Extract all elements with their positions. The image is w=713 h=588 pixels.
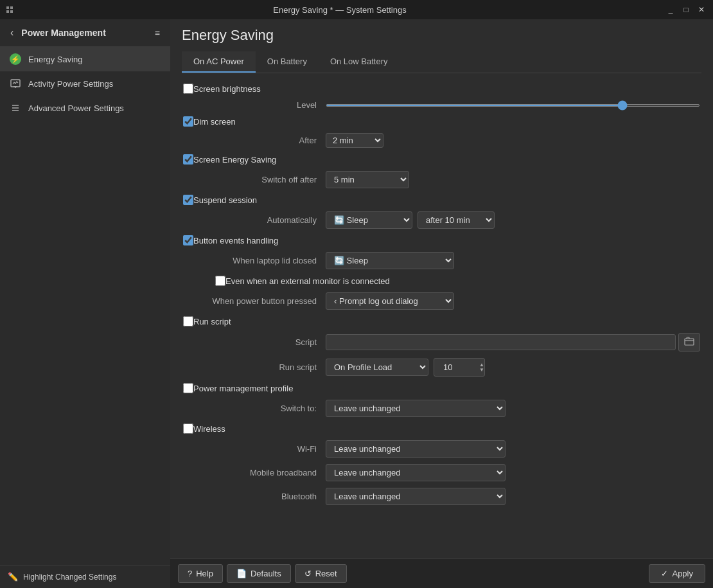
sleep-after-select[interactable]: after 5 min after 10 min after 15 min af… — [418, 211, 495, 229]
bluetooth-row: Bluetooth Leave unchanged Enable Disable — [183, 488, 700, 505]
sidebar-item-energy-saving[interactable]: ⚡ Energy Saving — [0, 47, 170, 71]
level-row: Level — [183, 100, 700, 110]
footer-left: ? Help 📄 Defaults ↺ Reset — [178, 564, 347, 583]
back-button[interactable]: ‹ — [8, 26, 16, 40]
app-body: ‹ Power Management ≡ ⚡ Energy Saving Act… — [0, 19, 713, 588]
bluetooth-select[interactable]: Leave unchanged Enable Disable — [326, 488, 506, 505]
sidebar-menu-button[interactable]: ≡ — [152, 26, 163, 39]
sleep-mode-select[interactable]: 🔄 Sleep Hibernate Shutdown — [326, 211, 412, 229]
switch-to-select[interactable]: Leave unchanged Balanced Power Save High… — [326, 400, 506, 417]
brightness-slider[interactable] — [326, 104, 700, 107]
dim-screen-checkbox[interactable] — [183, 116, 193, 127]
run-script-when-label: Run script — [201, 362, 317, 372]
run-script-when-row: Run script On Profile Load Repeatedly On… — [183, 358, 700, 377]
main-content: Energy Saving On AC Power On Battery On … — [170, 19, 713, 588]
sidebar-item-activity-power[interactable]: Activity Power Settings — [0, 71, 170, 96]
lid-closed-select[interactable]: 🔄 Sleep Hibernate Shutdown Turn off scre… — [326, 252, 454, 269]
screen-energy-saving-checkbox[interactable] — [183, 154, 193, 165]
external-monitor-checkbox[interactable] — [215, 276, 225, 286]
button-events-row: Button events handling — [183, 235, 700, 245]
after-row: After 1 min 2 min 5 min 10 min 15 min 30… — [183, 133, 700, 148]
power-profile-label[interactable]: Power management profile — [193, 384, 293, 393]
run-script-time-spinbox: ▲ ▼ — [434, 358, 485, 377]
switch-off-select[interactable]: 1 min 2 min 5 min 10 min 15 min 30 min N… — [326, 171, 409, 188]
power-profile-checkbox[interactable] — [183, 383, 193, 393]
suspend-session-label[interactable]: Suspend session — [193, 195, 257, 205]
window-controls: _ □ ✕ — [664, 3, 708, 16]
advanced-power-icon — [9, 102, 22, 114]
maximize-button[interactable]: □ — [680, 3, 692, 16]
mobile-broadband-row: Mobile broadband Leave unchanged Enable … — [183, 464, 700, 481]
file-browse-button[interactable] — [678, 333, 700, 352]
screen-brightness-checkbox[interactable] — [183, 84, 193, 94]
energy-saving-icon: ⚡ — [9, 53, 22, 66]
switch-to-row: Switch to: Leave unchanged Balanced Powe… — [183, 400, 700, 417]
run-script-when-select[interactable]: On Profile Load Repeatedly On Profile Un… — [326, 359, 428, 376]
external-monitor-label[interactable]: Even when an external monitor is connect… — [225, 276, 390, 286]
switch-off-label: Switch off after — [201, 175, 317, 184]
button-events-checkbox[interactable] — [183, 235, 193, 245]
lid-closed-label: When laptop lid closed — [201, 256, 317, 265]
sidebar-item-label: Activity Power Settings — [28, 79, 113, 89]
screen-energy-saving-label[interactable]: Screen Energy Saving — [193, 155, 276, 165]
activity-power-icon — [9, 77, 22, 90]
button-events-label[interactable]: Button events handling — [193, 236, 278, 245]
sidebar-item-advanced-power[interactable]: Advanced Power Settings — [0, 96, 170, 120]
content-header: Energy Saving On AC Power On Battery On … — [170, 19, 713, 73]
run-script-time-input[interactable] — [438, 360, 477, 375]
power-button-row: When power button pressed ‹ Prompt log o… — [183, 292, 700, 310]
script-label: Script — [201, 337, 317, 347]
lid-closed-row: When laptop lid closed 🔄 Sleep Hibernate… — [183, 252, 700, 269]
dim-after-select[interactable]: 1 min 2 min 5 min 10 min 15 min 30 min N… — [326, 133, 383, 148]
app-icon — [5, 4, 15, 15]
settings-area: Screen brightness Level Dim screen After… — [170, 73, 713, 558]
wifi-label: Wi-Fi — [201, 444, 317, 454]
run-script-label[interactable]: Run script — [193, 317, 231, 326]
reset-button[interactable]: ↺ Reset — [295, 564, 347, 583]
titlebar: Energy Saving * — System Settings _ □ ✕ — [0, 0, 713, 19]
page-title: Energy Saving — [182, 27, 701, 44]
reset-icon: ↺ — [304, 569, 312, 578]
time-down-arrow[interactable]: ▼ — [479, 368, 484, 373]
suspend-session-checkbox[interactable] — [183, 195, 193, 205]
svg-rect-3 — [10, 10, 13, 13]
minimize-button[interactable]: _ — [664, 3, 677, 16]
close-button[interactable]: ✕ — [695, 3, 708, 16]
screen-brightness-row: Screen brightness — [183, 84, 700, 94]
dim-screen-label[interactable]: Dim screen — [193, 117, 236, 127]
screen-energy-saving-row: Screen Energy Saving — [183, 154, 700, 165]
mobile-broadband-label: Mobile broadband — [201, 468, 317, 477]
screen-brightness-label[interactable]: Screen brightness — [193, 84, 261, 94]
power-profile-row: Power management profile — [183, 383, 700, 393]
sidebar-item-label: Energy Saving — [28, 55, 83, 64]
brightness-slider-container — [326, 104, 700, 107]
help-button[interactable]: ? Help — [178, 564, 223, 583]
run-script-checkbox[interactable] — [183, 316, 193, 326]
switch-to-label: Switch to: — [201, 404, 317, 413]
tab-low-battery[interactable]: On Low Battery — [319, 51, 400, 73]
script-field[interactable] — [326, 334, 676, 350]
sidebar-title: Power Management — [21, 28, 105, 38]
power-button-select[interactable]: ‹ Prompt log out dialog Sleep Hibernate … — [326, 292, 454, 310]
window-title: Energy Saving * — System Settings — [273, 5, 406, 15]
help-icon: ? — [188, 569, 192, 578]
power-button-label: When power button pressed — [201, 296, 317, 306]
defaults-button[interactable]: 📄 Defaults — [227, 564, 291, 583]
wifi-select[interactable]: Leave unchanged Enable Disable — [326, 440, 506, 458]
wireless-label[interactable]: Wireless — [193, 424, 225, 434]
svg-rect-2 — [6, 10, 9, 13]
bluetooth-label: Bluetooth — [201, 492, 317, 501]
svg-rect-10 — [685, 339, 694, 345]
svg-rect-1 — [10, 6, 13, 9]
apply-button[interactable]: ✓ Apply — [649, 564, 705, 583]
run-script-row: Run script — [183, 316, 700, 326]
sidebar: ‹ Power Management ≡ ⚡ Energy Saving Act… — [0, 19, 170, 588]
defaults-icon: 📄 — [236, 569, 247, 578]
tab-ac-power[interactable]: On AC Power — [182, 51, 256, 73]
script-input-row: Script — [183, 333, 700, 352]
automatically-row: Automatically 🔄 Sleep Hibernate Shutdown… — [183, 211, 700, 229]
wireless-checkbox[interactable] — [183, 423, 193, 434]
mobile-broadband-select[interactable]: Leave unchanged Enable Disable — [326, 464, 506, 481]
tab-battery[interactable]: On Battery — [256, 51, 319, 73]
tab-bar: On AC Power On Battery On Low Battery — [182, 51, 701, 73]
